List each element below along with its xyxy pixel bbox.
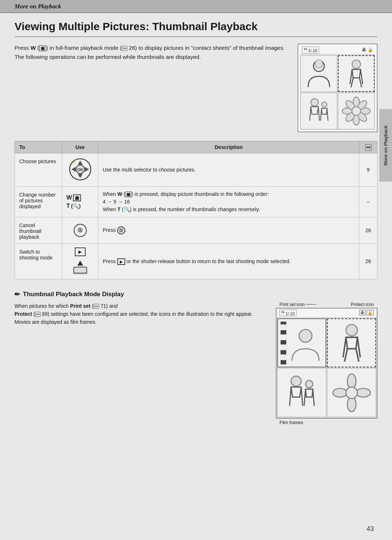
page-cancel: 26 [359, 217, 377, 243]
intro-text: Press W (▣) in full-frame playback mode … [15, 44, 287, 62]
operations-table: To Use Description ⚯ Choose pictures [15, 141, 377, 279]
svg-marker-19 [77, 261, 83, 266]
w-icon-inline: ▣ [39, 45, 46, 51]
print-set-line [306, 304, 317, 305]
desc-switch: Press ▶ or the shutter-release button to… [98, 243, 359, 279]
camera-screen: IN 1/ 10 🖶 🔒 [298, 44, 377, 132]
page: More on Playback Viewing Multiple Pictur… [0, 0, 392, 540]
camera-preview: IN 1/ 10 🖶 🔒 [298, 44, 377, 132]
camera-top-bar: IN 1/ 10 🖶 🔒 [300, 46, 375, 55]
use-ok: Ⓢ [62, 217, 98, 243]
protect-label: Protect icon [351, 302, 374, 307]
page-number: 43 [367, 525, 374, 533]
diagram-grid [277, 318, 377, 418]
svg-point-27 [346, 325, 357, 336]
diagram-cell-4 [327, 368, 376, 417]
svg-point-4 [322, 102, 327, 107]
page-title: Viewing Multiple Pictures: Thumbnail Pla… [15, 20, 377, 37]
use-wt: W ▣ T (🔍) [62, 186, 98, 217]
svg-rect-24 [281, 344, 286, 350]
diagram-icons-right: 🖶 🔒 [359, 310, 374, 315]
print-icon: 🖶 [362, 47, 366, 52]
desc-w-bold: W [117, 191, 122, 197]
svg-point-35 [346, 387, 358, 399]
note-text: When pictures for which Print set (⚯ 71)… [15, 302, 265, 326]
w-icon: W ▣ [66, 194, 81, 201]
ok-inline-icon: Ⓢ [117, 226, 125, 234]
svg-text:OK: OK [77, 168, 83, 172]
table-row: Cancel thumbnailplayback Ⓢ Press Ⓢ. 26 [15, 217, 377, 243]
ok-button-icon: Ⓢ [74, 224, 87, 237]
desc-w-box: ▣ [125, 192, 131, 197]
to-cancel-thumbnail: Cancel thumbnailplayback [15, 217, 62, 243]
svg-point-33 [333, 388, 347, 397]
th-use: Use [62, 141, 98, 153]
diagram-cell-3 [277, 368, 326, 417]
sidebar-label: More on Playback [383, 125, 388, 166]
page-choose-pictures: 9 [359, 153, 377, 186]
thumbnail-3 [301, 93, 337, 129]
svg-point-28 [291, 376, 301, 386]
t-letter: T [66, 203, 70, 209]
shutter-svg [72, 260, 88, 274]
th-page: ⚯ [359, 141, 377, 153]
diagram-camera-top: IN 1/ 10 🖶 🔒 [277, 309, 377, 318]
svg-point-2 [352, 60, 360, 68]
svg-point-29 [305, 380, 313, 388]
diagram-top-labels: Print set icon Protect icon [276, 302, 377, 307]
protect-icon: 🔒 [368, 47, 373, 52]
page-change-number: – [359, 186, 377, 217]
desc-cancel: Press Ⓢ. [98, 217, 359, 243]
thumbnail-4 [338, 93, 375, 129]
wt-icons: W ▣ T (🔍) [66, 194, 94, 209]
note-title: ✏ Thumbnail Playback Mode Display [15, 290, 377, 298]
t-magnify: (🔍) [71, 203, 81, 209]
svg-rect-23 [281, 334, 286, 340]
svg-point-1 [315, 60, 323, 68]
svg-rect-25 [281, 354, 286, 360]
table-row: Switch toshooting mode ▶ [15, 243, 377, 279]
film-frames-label-row: Film frames [276, 420, 377, 425]
protect-label-text: Protect icon [351, 302, 374, 307]
to-change-number: Change numberof picturesdisplayed [15, 186, 62, 217]
film-frames-label: Film frames [279, 420, 303, 425]
note-title-text: Thumbnail Playback Mode Display [23, 291, 124, 298]
right-sidebar: More on Playback [379, 109, 392, 182]
diagram-section: Print set icon Protect icon IN 1/ 10 [276, 302, 377, 426]
multi-selector-icon: OK ⚡ [68, 157, 93, 182]
ref-header-icon: ⚯ [365, 144, 372, 151]
camera-counter: IN 1/ 10 [302, 47, 319, 53]
shutter-icon [72, 260, 88, 275]
w-letter: W [66, 194, 72, 201]
switch-icons: ▶ [66, 247, 94, 275]
top-bar-label: More on Playback [15, 3, 61, 10]
play-button-icon: ▶ [75, 247, 86, 256]
ref-71: ⚯ [94, 304, 99, 309]
note-body: When pictures for which Print set (⚯ 71)… [15, 302, 377, 426]
to-choose-pictures: Choose pictures [15, 153, 62, 186]
svg-point-14 [352, 106, 361, 115]
protect-bold: Protect [15, 311, 32, 317]
t-icon: T (🔍) [66, 203, 81, 209]
diagram-counter: IN 1/ 10 [279, 310, 297, 317]
note-pencil-icon: ✏ [15, 290, 20, 298]
diagram-in: IN [281, 310, 285, 314]
play-inline-icon: ▶ [117, 258, 125, 265]
ok-text: Ⓢ [78, 227, 82, 234]
diagram-cell-1 [277, 318, 326, 367]
main-content: Viewing Multiple Pictures: Thumbnail Pla… [0, 13, 392, 440]
svg-point-32 [347, 397, 356, 412]
print-set-bold: Print set [70, 303, 90, 309]
svg-point-3 [311, 98, 318, 106]
svg-rect-22 [281, 325, 286, 330]
th-description: Description [98, 141, 359, 153]
ref-icon-inline: ⚯ [122, 46, 127, 51]
table-row: Change numberof picturesdisplayed W ▣ T … [15, 186, 377, 217]
intro-bold-w: W [30, 45, 36, 51]
camera-icons: 🖶 🔒 [362, 47, 373, 52]
diagram-camera: IN 1/ 10 🖶 🔒 [276, 308, 377, 419]
svg-point-34 [356, 388, 370, 397]
top-bar: More on Playback [0, 0, 392, 13]
use-play-shutter: ▶ [62, 243, 98, 279]
desc-t-bold: T [117, 206, 121, 212]
